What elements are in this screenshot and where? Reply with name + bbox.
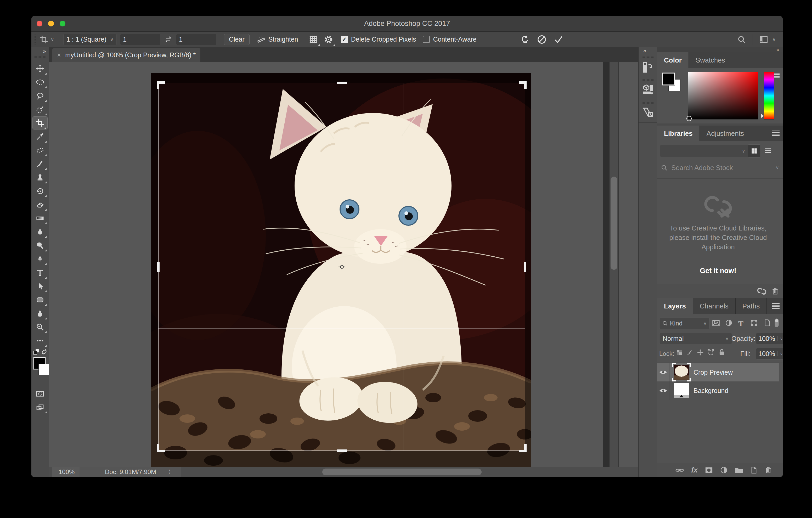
tool-history-brush[interactable]: [32, 184, 48, 198]
add-layer-mask-icon[interactable]: [705, 467, 713, 473]
collapse-panels-chevron[interactable]: »: [657, 47, 783, 52]
crop-overlay-options-icon[interactable]: [306, 33, 321, 46]
tool-spot-healing[interactable]: [32, 144, 48, 157]
tool-dodge[interactable]: [32, 239, 48, 252]
collapse-tools-chevron[interactable]: »: [43, 48, 47, 55]
crop-handle-bottom-right[interactable]: [519, 444, 527, 452]
library-list-view-button[interactable]: [762, 144, 774, 157]
layer-filter-toggle[interactable]: [774, 318, 780, 327]
lock-pixels-icon[interactable]: [687, 349, 693, 356]
blend-mode-dropdown[interactable]: Normal ∨: [659, 333, 732, 344]
crop-handle-left[interactable]: [157, 262, 160, 272]
properties-panel-button[interactable]: [639, 77, 658, 100]
cancel-crop-icon[interactable]: [533, 34, 550, 45]
tool-edit-toolbar[interactable]: [32, 334, 48, 347]
swap-colors-icon[interactable]: [41, 348, 48, 355]
get-it-now-link[interactable]: Get it now!: [700, 267, 736, 275]
tab-adjustments[interactable]: Adjustments: [700, 125, 751, 141]
tool-move[interactable]: [32, 62, 48, 75]
tool-brush[interactable]: [32, 157, 48, 170]
layer-row-crop-preview[interactable]: Crop Preview: [657, 363, 779, 381]
tool-blur[interactable]: [32, 225, 48, 238]
crop-bounding-box[interactable]: [158, 83, 525, 451]
search-icon[interactable]: [734, 35, 749, 44]
quick-mask-button[interactable]: [32, 387, 48, 400]
foreground-color-swatch[interactable]: [662, 73, 675, 85]
delete-library-trash-icon[interactable]: [771, 287, 779, 295]
clear-button[interactable]: Clear: [224, 34, 250, 45]
canvas-area[interactable]: [49, 62, 638, 467]
horizontal-scrollbar-thumb[interactable]: [322, 468, 482, 476]
zoom-level-field[interactable]: 100%: [52, 467, 81, 477]
filter-adjustment-layers-icon[interactable]: [725, 319, 732, 326]
tool-crop[interactable]: [32, 116, 48, 130]
ratio-height-input[interactable]: [176, 34, 216, 45]
crop-handle-bottom-left[interactable]: [157, 444, 165, 452]
document-image[interactable]: [151, 73, 531, 467]
lock-all-icon[interactable]: [718, 348, 725, 356]
filter-type-layers-icon[interactable]: T: [738, 319, 744, 328]
tab-layers[interactable]: Layers: [657, 298, 693, 314]
tool-gradient[interactable]: [32, 212, 48, 225]
new-group-folder-icon[interactable]: [735, 467, 743, 473]
tool-quick-selection[interactable]: [32, 103, 48, 116]
lock-artboard-icon[interactable]: [707, 349, 714, 356]
tool-zoom[interactable]: [32, 320, 48, 334]
tool-shape[interactable]: [32, 293, 48, 306]
reset-crop-icon[interactable]: [517, 35, 533, 44]
layers-panel-menu-icon[interactable]: [772, 303, 780, 309]
background-color-swatch[interactable]: [39, 364, 49, 375]
tab-paths[interactable]: Paths: [735, 298, 767, 314]
vertical-scrollbar[interactable]: [610, 62, 619, 467]
hue-slider[interactable]: [764, 72, 774, 119]
library-select-dropdown[interactable]: ∨: [660, 145, 749, 157]
screen-mode-button[interactable]: [32, 401, 48, 414]
new-adjustment-layer-icon[interactable]: [720, 466, 727, 474]
crop-handle-bottom[interactable]: [337, 450, 347, 452]
layer-visibility-toggle[interactable]: [657, 363, 669, 381]
default-colors-icon[interactable]: [33, 348, 40, 355]
tab-libraries[interactable]: Libraries: [657, 125, 700, 141]
workspace-switcher-icon[interactable]: [757, 35, 771, 44]
libraries-panel-menu-icon[interactable]: [772, 131, 780, 136]
foreground-background-swatches[interactable]: [33, 357, 48, 382]
crop-handle-top[interactable]: [337, 82, 347, 84]
filter-pixel-layers-icon[interactable]: [712, 320, 720, 326]
content-aware-checkbox[interactable]: Content-Aware: [423, 36, 476, 43]
cc-sync-icon[interactable]: [757, 287, 766, 295]
delete-cropped-pixels-checkbox[interactable]: ✓ Delete Cropped Pixels: [341, 36, 416, 43]
status-chevron-icon[interactable]: 〉: [168, 467, 174, 477]
history-panel-button[interactable]: [639, 54, 658, 77]
crop-handle-right[interactable]: [524, 262, 526, 272]
tool-marquee[interactable]: [32, 76, 48, 89]
tool-clone-stamp[interactable]: [32, 171, 48, 184]
ratio-width-input[interactable]: [120, 34, 161, 45]
tool-lasso[interactable]: [32, 89, 48, 102]
tab-swatches[interactable]: Swatches: [689, 52, 732, 68]
vertical-scrollbar-thumb[interactable]: [611, 177, 617, 270]
layer-thumbnail[interactable]: [674, 383, 689, 398]
aspect-ratio-preset-dropdown[interactable]: 1 : 1 (Square) ∨: [64, 34, 116, 45]
opacity-value-field[interactable]: 100% ∨: [756, 333, 783, 344]
tool-eyedropper[interactable]: [32, 130, 48, 143]
color-panel-swatches[interactable]: [662, 73, 682, 93]
lock-position-icon[interactable]: [697, 349, 704, 356]
artboards-panel-button[interactable]: [639, 100, 658, 123]
fill-value-field[interactable]: 100% ∨: [756, 348, 783, 359]
close-tab-icon[interactable]: ×: [57, 51, 61, 59]
commit-crop-icon[interactable]: [550, 34, 567, 45]
delete-layer-trash-icon[interactable]: [765, 466, 772, 474]
layer-styles-fx-icon[interactable]: fx: [691, 466, 698, 474]
crop-handle-top-right[interactable]: [519, 81, 527, 89]
layer-visibility-toggle[interactable]: [657, 381, 669, 400]
tab-channels[interactable]: Channels: [693, 298, 735, 314]
library-grid-view-button[interactable]: [748, 144, 761, 157]
crop-handle-top-left[interactable]: [157, 81, 165, 89]
document-tab[interactable]: × myUntitled @ 100% (Crop Preview, RGB/8…: [52, 48, 200, 62]
layer-filter-kind-dropdown[interactable]: Kind ∨: [659, 318, 709, 329]
tab-color[interactable]: Color: [657, 52, 689, 68]
tool-eraser[interactable]: [32, 198, 48, 211]
tool-type[interactable]: [32, 266, 48, 279]
saturation-brightness-picker[interactable]: [688, 72, 758, 119]
color-picker-cursor[interactable]: [687, 116, 692, 121]
